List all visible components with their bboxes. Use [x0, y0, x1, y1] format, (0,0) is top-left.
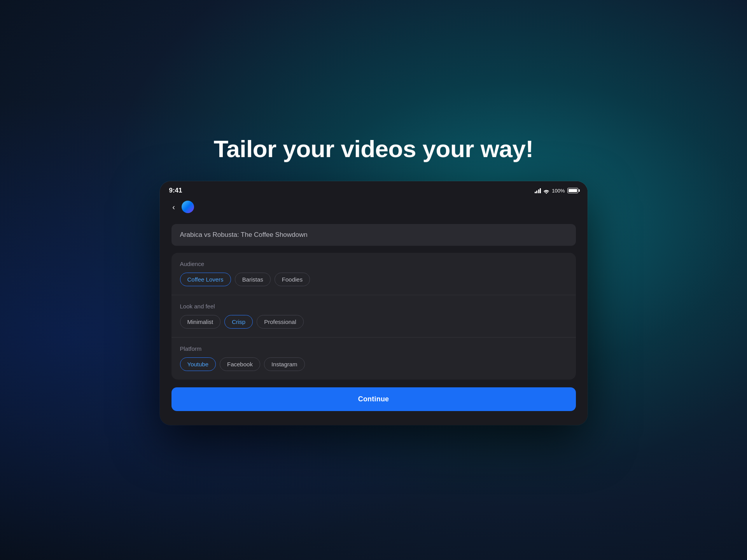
- audience-label: Audience: [180, 261, 567, 267]
- status-icons: 100%: [535, 188, 578, 194]
- back-button[interactable]: ‹: [168, 201, 180, 213]
- status-time: 9:41: [169, 187, 182, 194]
- continue-button[interactable]: Continue: [171, 387, 576, 411]
- look-feel-label: Look and feel: [180, 303, 567, 310]
- chip-professional[interactable]: Professional: [257, 315, 304, 329]
- audience-chips: Coffee Lovers Baristas Foodies: [180, 273, 567, 286]
- audience-section: Audience Coffee Lovers Baristas Foodies: [171, 253, 576, 295]
- main-content: Audience Coffee Lovers Baristas Foodies …: [160, 218, 588, 425]
- look-feel-section: Look and feel Minimalist Crisp Professio…: [171, 295, 576, 338]
- chip-youtube[interactable]: Youtube: [180, 357, 216, 371]
- chip-crisp[interactable]: Crisp: [224, 315, 253, 329]
- video-title-input[interactable]: [171, 224, 576, 246]
- options-card: Audience Coffee Lovers Baristas Foodies …: [171, 253, 576, 380]
- battery-icon: [567, 188, 578, 193]
- chip-baristas[interactable]: Baristas: [235, 273, 271, 286]
- status-bar: 9:41 100%: [160, 181, 588, 198]
- chip-coffee-lovers[interactable]: Coffee Lovers: [180, 273, 231, 286]
- platform-label: Platform: [180, 345, 567, 352]
- chip-instagram[interactable]: Instagram: [264, 357, 305, 371]
- platform-section: Platform Youtube Facebook Instagram: [171, 338, 576, 380]
- app-logo: [182, 201, 194, 213]
- look-feel-chips: Minimalist Crisp Professional: [180, 315, 567, 329]
- platform-chips: Youtube Facebook Instagram: [180, 357, 567, 371]
- device-mockup: 9:41 100% ‹ Audience: [160, 181, 588, 425]
- chip-minimalist[interactable]: Minimalist: [180, 315, 221, 329]
- chip-foodies[interactable]: Foodies: [275, 273, 310, 286]
- battery-percent: 100%: [552, 188, 565, 194]
- chip-facebook[interactable]: Facebook: [220, 357, 260, 371]
- wifi-icon: [543, 188, 549, 193]
- page-title: Tailor your videos your way!: [213, 135, 533, 163]
- signal-icon: [535, 188, 541, 193]
- battery-fill: [569, 189, 577, 192]
- nav-bar: ‹: [160, 198, 588, 218]
